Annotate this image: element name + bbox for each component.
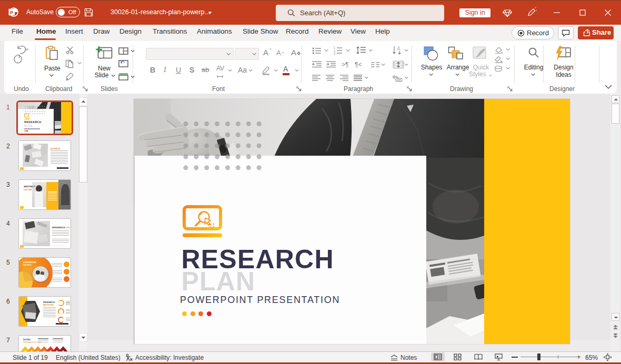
- svg-text:A: A: [397, 46, 400, 52]
- svg-text:3: 3: [334, 52, 335, 55]
- svg-text:P: P: [10, 9, 14, 15]
